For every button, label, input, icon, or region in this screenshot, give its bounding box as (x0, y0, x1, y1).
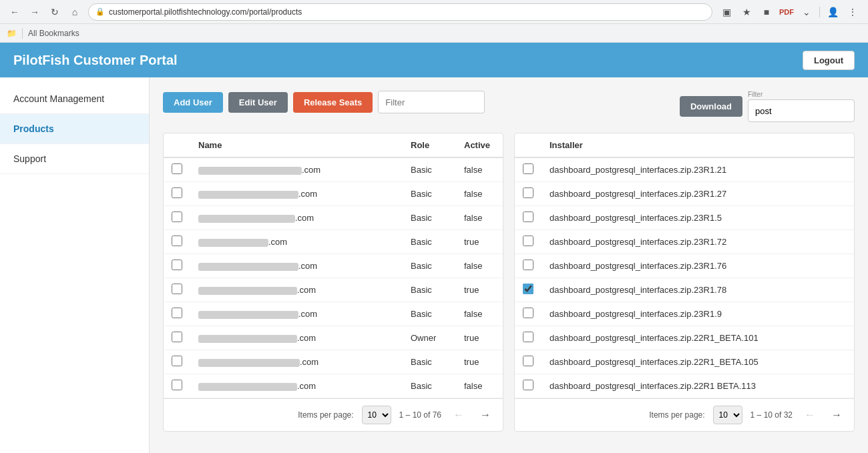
user-name-blurred-8 (198, 359, 300, 367)
installer-checkbox-6[interactable] (523, 308, 533, 318)
installer-checkbox-8[interactable] (523, 356, 533, 366)
table-row: .com Basic false (164, 374, 503, 398)
release-seats-button[interactable]: Release Seats (293, 92, 373, 113)
profile-button[interactable]: 👤 (824, 3, 841, 21)
address-bar[interactable]: 🔒 customerportal.pilotfishtechnology.com… (88, 3, 712, 21)
forward-button[interactable]: → (27, 4, 43, 20)
app-body: Account Management Products Support Add … (0, 77, 868, 453)
installer-checkbox-7[interactable] (523, 332, 533, 342)
back-button[interactable]: ← (7, 4, 23, 20)
sidebar-item-products[interactable]: Products (0, 114, 149, 144)
users-col-role: Role (403, 133, 456, 157)
table-row: dashboard_postgresql_interfaces.zip.22R1… (515, 350, 854, 374)
installer-checkbox-1[interactable] (523, 187, 533, 198)
installer-name-2: dashboard_postgresql_interfaces.zip.23R1… (541, 206, 854, 230)
user-name-suffix-2: .com (295, 213, 314, 223)
user-checkbox-2[interactable] (172, 211, 182, 222)
installer-checkbox-2[interactable] (523, 211, 533, 222)
user-role-5: Basic (403, 278, 456, 302)
download-ext-button[interactable]: ⌄ (798, 3, 815, 21)
installers-pagination: Items per page: 10 25 50 1 – 10 of 32 ← … (515, 398, 854, 431)
user-active-6: false (456, 302, 503, 326)
installers-per-page-select[interactable]: 10 25 50 (713, 406, 742, 424)
user-checkbox-3[interactable] (172, 236, 182, 246)
user-role-4: Basic (403, 254, 456, 278)
installers-panel: Installer dashboard_postgresql_interface… (514, 133, 855, 432)
sidebar-item-support[interactable]: Support (0, 144, 149, 174)
user-name-suffix-6: .com (298, 309, 317, 319)
table-row: .com Basic false (164, 206, 503, 230)
user-role-6: Basic (403, 302, 456, 326)
sidebar-item-account-management[interactable]: Account Management (0, 84, 149, 114)
extensions2-button[interactable]: ■ (758, 3, 775, 21)
user-checkbox-8[interactable] (172, 356, 182, 366)
add-user-button[interactable]: Add User (163, 92, 223, 113)
installer-name-5: dashboard_postgresql_interfaces.zip.23R1… (541, 278, 854, 302)
user-checkbox-9[interactable] (172, 380, 182, 390)
installer-checkbox-9[interactable] (523, 380, 533, 390)
installer-name-9: dashboard_postgresql_interfaces.zip.22R1… (541, 374, 854, 398)
user-role-7: Owner (403, 326, 456, 350)
table-row: dashboard_postgresql_interfaces.zip.23R1… (515, 206, 854, 230)
edit-user-button[interactable]: Edit User (228, 92, 288, 113)
installer-name-4: dashboard_postgresql_interfaces.zip.23R1… (541, 254, 854, 278)
logout-button[interactable]: Logout (803, 51, 855, 70)
user-checkbox-1[interactable] (172, 187, 182, 198)
user-active-2: false (456, 206, 503, 230)
user-role-1: Basic (403, 182, 456, 206)
users-pagination: Items per page: 10 25 50 1 – 10 of 76 ← … (164, 398, 503, 431)
installer-checkbox-5[interactable] (523, 284, 533, 294)
installer-name-3: dashboard_postgresql_interfaces.zip.23R1… (541, 230, 854, 254)
users-prev-page[interactable]: ← (449, 408, 468, 422)
browser-action-buttons: ▣ ★ ■ PDF ⌄ 👤 ⋮ (718, 3, 861, 21)
reload-button[interactable]: ↻ (47, 4, 63, 20)
user-active-3: true (456, 230, 503, 254)
user-name-blurred-4 (198, 263, 298, 271)
installer-checkbox-3[interactable] (523, 236, 533, 246)
installers-next-page[interactable]: → (827, 408, 846, 422)
users-per-page-select[interactable]: 10 25 50 (362, 406, 391, 424)
installer-name-1: dashboard_postgresql_interfaces.zip.23R1… (541, 182, 854, 206)
table-row: .com Basic false (164, 182, 503, 206)
users-next-page[interactable]: → (476, 408, 495, 422)
installers-prev-page[interactable]: ← (801, 408, 819, 422)
user-name-blurred-1 (198, 191, 298, 199)
user-name-blurred-7 (198, 335, 297, 343)
user-checkbox-0[interactable] (172, 163, 182, 174)
all-bookmarks-label[interactable]: All Bookmarks (28, 29, 79, 38)
user-name-blurred-9 (198, 383, 297, 391)
filter-input[interactable] (378, 91, 485, 113)
users-col-name: Name (190, 133, 403, 157)
user-checkbox-6[interactable] (172, 308, 182, 318)
installer-checkbox-4[interactable] (523, 260, 533, 270)
user-name-suffix-0: .com (302, 165, 320, 175)
user-name-suffix-7: .com (297, 333, 316, 343)
url-text: customerportal.pilotfishtechnology.com/p… (109, 7, 302, 17)
home-button[interactable]: ⌂ (67, 4, 83, 20)
installer-checkbox-0[interactable] (523, 163, 533, 174)
pdf-button[interactable]: PDF (778, 3, 795, 21)
table-row: dashboard_postgresql_interfaces.zip.23R1… (515, 230, 854, 254)
download-button[interactable]: Download (680, 96, 742, 117)
table-row: dashboard_postgresql_interfaces.zip.22R1… (515, 326, 854, 350)
user-checkbox-5[interactable] (172, 284, 182, 294)
user-role-8: Basic (403, 350, 456, 374)
user-name-suffix-4: .com (298, 261, 317, 271)
app-header: PilotFish Customer Portal Logout (0, 43, 868, 77)
filter-right-input[interactable] (748, 99, 855, 122)
table-row: .com Basic true (164, 278, 503, 302)
user-role-9: Basic (403, 374, 456, 398)
user-checkbox-4[interactable] (172, 260, 182, 270)
bookmark-button[interactable]: ★ (738, 3, 755, 21)
installers-col-checkbox (515, 133, 541, 157)
user-role-3: Basic (403, 230, 456, 254)
installers-page-info: 1 – 10 of 32 (750, 410, 793, 420)
extensions-button[interactable]: ▣ (718, 3, 735, 21)
user-active-0: false (456, 157, 503, 182)
user-checkbox-7[interactable] (172, 332, 182, 342)
table-row: dashboard_postgresql_interfaces.zip.23R1… (515, 254, 854, 278)
table-row: .com Owner true (164, 326, 503, 350)
table-row: .com Basic false (164, 157, 503, 182)
menu-button[interactable]: ⋮ (844, 3, 861, 21)
user-active-1: false (456, 182, 503, 206)
